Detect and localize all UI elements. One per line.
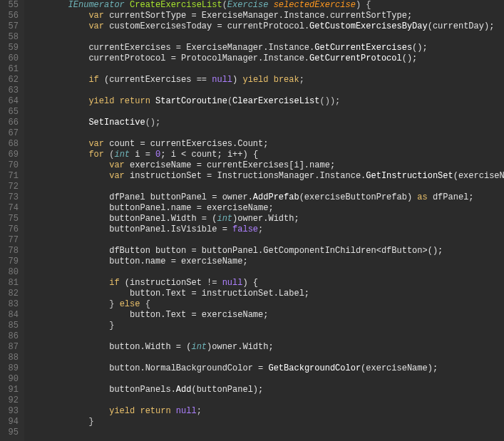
- code-line[interactable]: [27, 353, 504, 363]
- line-number: 55: [4, 0, 19, 11]
- code-token: dfPanel;: [428, 192, 474, 202]
- code-token: var: [88, 139, 104, 149]
- code-line[interactable]: } else {: [27, 299, 504, 310]
- code-line[interactable]: var count = currentExercises.Count;: [27, 139, 504, 150]
- code-line[interactable]: button.name = exerciseName;: [27, 256, 504, 267]
- code-token: (currentDay);: [428, 21, 495, 31]
- code-token: int: [217, 214, 232, 224]
- code-line[interactable]: [27, 374, 504, 385]
- code-line[interactable]: var exerciseName = currentExercises[i].n…: [27, 160, 504, 171]
- code-token: GetInstructionSet: [366, 171, 453, 181]
- code-line[interactable]: yield return StartCoroutine(ClearExercis…: [27, 96, 504, 107]
- code-line[interactable]: dfButton button = buttonPanel.GetCompone…: [27, 246, 504, 256]
- line-number: 82: [4, 289, 19, 299]
- code-token: var: [88, 21, 104, 31]
- code-token: yield: [242, 75, 268, 85]
- code-token: dfButton button = buttonPanel.GetCompone…: [109, 246, 443, 256]
- code-token: IEnumerator: [68, 0, 125, 10]
- code-line[interactable]: IEnumerator CreateExerciseList(Exercise …: [27, 0, 504, 11]
- code-line[interactable]: dfPanel buttonPanel = owner.AddPrefab(ex…: [27, 192, 504, 203]
- code-token: ClearExerciseList: [232, 96, 319, 106]
- line-number: 56: [4, 11, 19, 21]
- code-line[interactable]: var instructionSet = InstructionsManager…: [27, 171, 504, 182]
- code-token: ;: [299, 75, 304, 85]
- code-line[interactable]: [27, 427, 504, 438]
- code-token: {: [361, 0, 371, 10]
- code-line[interactable]: var customExercisesToday = currentProtoc…: [27, 21, 504, 32]
- code-line[interactable]: [27, 235, 504, 246]
- code-line[interactable]: [27, 395, 504, 406]
- code-token: currentSortType = ExerciseManager.Instan…: [104, 11, 412, 21]
- code-token: yield: [109, 406, 135, 416]
- code-line[interactable]: [27, 107, 504, 118]
- line-number: 62: [4, 75, 19, 85]
- code-editor-area[interactable]: IEnumerator CreateExerciseList(Exercise …: [24, 0, 504, 441]
- code-token: currentExercises = ExerciseManager.Insta…: [88, 43, 314, 53]
- code-token: {: [140, 299, 150, 309]
- code-line[interactable]: button.Width = (int)owner.Width;: [27, 342, 504, 353]
- code-line[interactable]: }: [27, 417, 504, 427]
- line-number: 69: [4, 150, 19, 160]
- code-token: button.NormalBackgroundColor =: [109, 363, 268, 373]
- code-line[interactable]: if (instructionSet != null) {: [27, 278, 504, 289]
- code-line[interactable]: [27, 267, 504, 278]
- code-line[interactable]: [27, 182, 504, 192]
- code-line[interactable]: button.NormalBackgroundColor = GetBackgr…: [27, 363, 504, 374]
- code-token: )owner.Width;: [207, 342, 274, 352]
- line-number: 73: [4, 192, 19, 203]
- code-line[interactable]: buttonPanel.Width = (int)owner.Width;: [27, 214, 504, 224]
- code-token: false: [232, 224, 258, 234]
- code-token: SetInactive: [88, 118, 145, 128]
- code-line[interactable]: [27, 32, 504, 43]
- code-line[interactable]: for (int i = 0; i < count; i++) {: [27, 150, 504, 160]
- code-token: }: [109, 321, 114, 331]
- line-number: 78: [4, 246, 19, 256]
- code-token: if: [88, 75, 98, 85]
- code-token: if: [109, 278, 119, 288]
- code-token: AddPrefab: [253, 192, 299, 202]
- line-number: 90: [4, 374, 19, 385]
- line-number: 81: [4, 278, 19, 289]
- line-number: 95: [4, 427, 19, 438]
- code-line[interactable]: SetInactive();: [27, 118, 504, 128]
- code-token: StartCoroutine: [155, 96, 227, 106]
- code-token: dfPanel buttonPanel = owner.: [109, 192, 253, 202]
- line-number: 79: [4, 256, 19, 267]
- code-line[interactable]: [27, 85, 504, 96]
- line-number: 80: [4, 267, 19, 278]
- code-line[interactable]: [27, 128, 504, 139]
- line-number: 77: [4, 235, 19, 246]
- code-line[interactable]: buttonPanel.name = exerciseName;: [27, 203, 504, 214]
- code-line[interactable]: var currentSortType = ExerciseManager.In…: [27, 11, 504, 21]
- code-token: for: [88, 150, 104, 160]
- code-token: ): [232, 75, 242, 85]
- code-line[interactable]: if (currentExercises == null) yield brea…: [27, 75, 504, 85]
- code-line[interactable]: button.Text = exerciseName;: [27, 310, 504, 321]
- code-line[interactable]: button.Text = instructionSet.Label;: [27, 289, 504, 299]
- code-token: (instructionSet !=: [120, 278, 222, 288]
- code-token: button.Width = (: [109, 342, 191, 352]
- code-token: ();: [412, 43, 428, 53]
- line-number: 74: [4, 203, 19, 214]
- code-line[interactable]: currentExercises = ExerciseManager.Insta…: [27, 43, 504, 53]
- line-number: 66: [4, 118, 19, 128]
- code-token: GetCurrentProtocol: [309, 53, 402, 63]
- code-token: (exerciseName);: [361, 363, 438, 373]
- code-line[interactable]: currentProtocol = ProtocolManager.Instan…: [27, 53, 504, 64]
- code-token: CreateExerciseList: [130, 0, 222, 10]
- code-token: ; i < count; i++) {: [160, 150, 258, 160]
- code-line[interactable]: [27, 331, 504, 342]
- code-line[interactable]: buttonPanels.Add(buttonPanel);: [27, 385, 504, 395]
- code-token: ) {: [242, 278, 258, 288]
- code-line[interactable]: yield return null;: [27, 406, 504, 417]
- code-token: GetBackgroundColor: [268, 363, 361, 373]
- code-line[interactable]: [27, 64, 504, 75]
- line-number: 93: [4, 406, 19, 417]
- code-line[interactable]: }: [27, 321, 504, 331]
- code-line[interactable]: buttonPanel.IsVisible = false;: [27, 224, 504, 235]
- code-token: (: [104, 150, 114, 160]
- line-number: 71: [4, 171, 19, 182]
- code-token: GetCurrentExercises: [314, 43, 412, 53]
- code-token: }: [109, 299, 119, 309]
- code-token: (currentExercises ==: [99, 75, 212, 85]
